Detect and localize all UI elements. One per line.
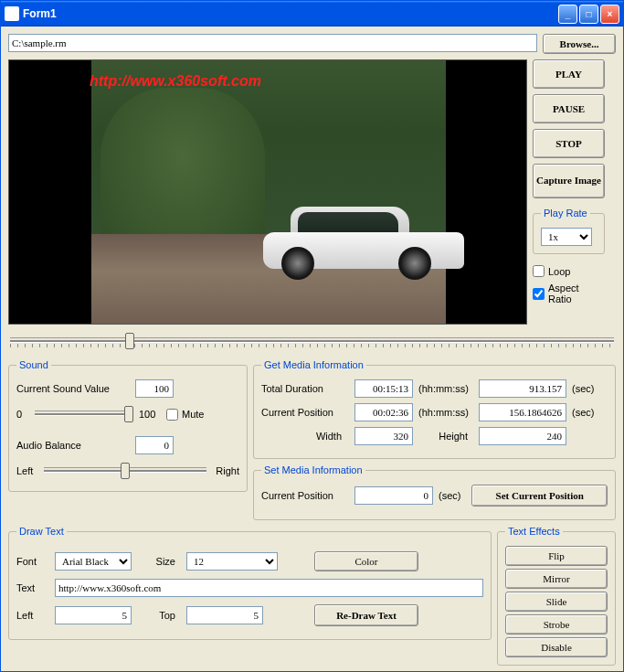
get-media-group: Get Media Information Total Duration (hh…: [253, 359, 616, 459]
text-effects-group: Text Effects Flip Mirror Slide Strobe Di…: [497, 526, 616, 666]
app-icon: [5, 6, 19, 21]
width-val: [354, 427, 413, 445]
height-val: [479, 427, 566, 445]
video-preview: http://www.x360soft.com: [8, 59, 527, 325]
sound-value-input[interactable]: [135, 379, 174, 398]
redraw-button[interactable]: Re-Draw Text: [314, 604, 418, 626]
watermark-text: http://www.x360soft.com: [90, 73, 261, 90]
sound-value-label: Current Sound Value: [16, 383, 130, 394]
font-select[interactable]: Arial Black: [55, 552, 132, 571]
color-button[interactable]: Color: [314, 551, 418, 571]
mirror-button[interactable]: Mirror: [505, 569, 608, 589]
flip-button[interactable]: Flip: [505, 546, 608, 566]
duration-sec: [479, 379, 566, 398]
balance-slider[interactable]: [44, 460, 206, 482]
titlebar[interactable]: Form1 _ □ ×: [1, 1, 623, 27]
strobe-button[interactable]: Strobe: [505, 614, 608, 635]
browse-button[interactable]: Browse...: [543, 34, 616, 54]
seek-slider[interactable]: [10, 330, 614, 352]
text-left-input[interactable]: [55, 606, 132, 624]
position-sec: [479, 403, 566, 421]
slide-button[interactable]: Slide: [505, 592, 608, 612]
balance-input[interactable]: [135, 436, 174, 454]
text-top-input[interactable]: [186, 606, 263, 624]
duration-hms: [354, 379, 413, 398]
set-media-group: Set Media Information Current Position (…: [253, 464, 616, 520]
capture-button[interactable]: Capture Image: [533, 164, 605, 198]
aspect-checkbox[interactable]: Aspect Ratio: [533, 283, 605, 304]
sound-group: Sound Current Sound Value 0 100 Mute Aud…: [8, 359, 248, 492]
minimize-button[interactable]: _: [558, 5, 577, 24]
window: Form1 _ □ × Browse... http://www.x360sof…: [0, 0, 624, 672]
set-position-input[interactable]: [354, 486, 433, 505]
draw-text-group: Draw Text Font Arial Black Size 12 Color…: [8, 526, 492, 640]
file-path-input[interactable]: [8, 34, 537, 52]
play-button[interactable]: PLAY: [533, 59, 605, 89]
stop-button[interactable]: STOP: [533, 129, 605, 158]
maximize-button[interactable]: □: [579, 5, 598, 24]
play-rate-select[interactable]: 1x: [541, 228, 592, 246]
mute-checkbox[interactable]: Mute: [166, 409, 204, 421]
size-select[interactable]: 12: [186, 552, 278, 571]
disable-button[interactable]: Disable: [505, 637, 608, 657]
set-position-button[interactable]: Set Current Position: [471, 485, 608, 507]
volume-slider[interactable]: [35, 403, 133, 425]
pause-button[interactable]: PAUSE: [533, 94, 605, 123]
play-rate-legend: Play Rate: [541, 208, 590, 219]
position-hms: [354, 403, 413, 421]
loop-input[interactable]: [533, 265, 545, 277]
aspect-input[interactable]: [533, 288, 545, 300]
loop-checkbox[interactable]: Loop: [533, 265, 605, 277]
balance-label: Audio Balance: [16, 440, 130, 451]
close-button[interactable]: ×: [600, 5, 619, 24]
overlay-text-input[interactable]: [55, 579, 483, 597]
window-title: Form1: [23, 7, 558, 20]
